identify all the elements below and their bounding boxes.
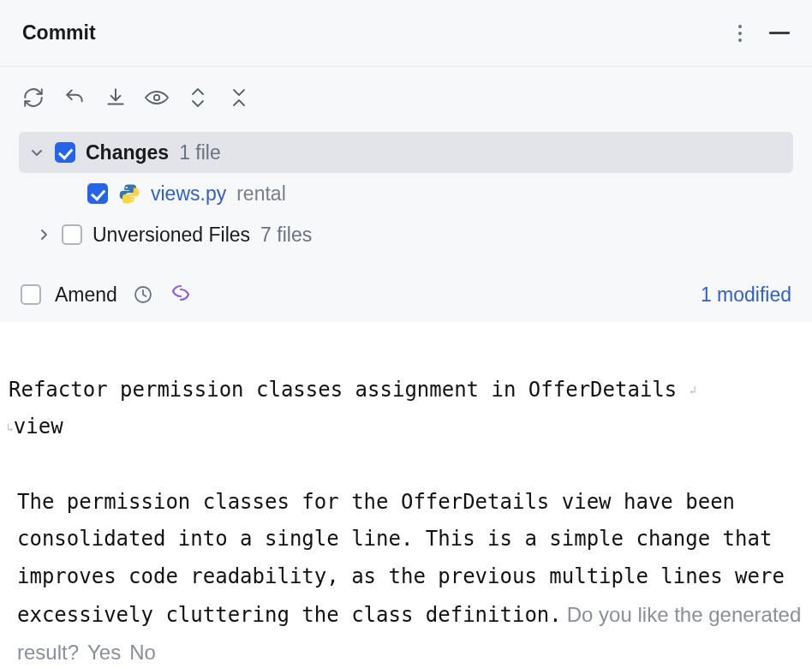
commit-options-bar: Amend 1 modified — [0, 274, 812, 322]
file-directory: rental — [236, 182, 286, 206]
soft-wrap-icon: ↲ — [690, 384, 696, 397]
file-checkbox[interactable] — [87, 183, 108, 204]
panel-title: Commit — [22, 21, 733, 45]
soft-wrap-continuation-icon: ↳ — [7, 421, 14, 434]
amend-checkbox[interactable] — [21, 284, 41, 305]
file-row[interactable]: views.py rental — [19, 173, 793, 214]
commit-message-subject-wrap: view — [14, 415, 63, 438]
python-file-icon — [118, 182, 140, 205]
file-name: views.py — [151, 182, 226, 206]
chevron-right-icon[interactable] — [36, 227, 51, 242]
feedback-yes[interactable]: Yes — [87, 641, 121, 664]
commit-toolbar — [0, 67, 812, 128]
chevron-down-icon[interactable] — [29, 145, 45, 160]
unversioned-group-row[interactable]: Unversioned Files 7 files — [19, 214, 793, 255]
shelve-icon[interactable] — [103, 85, 128, 110]
refresh-icon[interactable] — [21, 85, 46, 110]
more-options-icon[interactable] — [733, 20, 747, 47]
minimize-icon[interactable] — [769, 32, 790, 34]
changes-checkbox[interactable] — [55, 142, 75, 163]
preview-diff-icon[interactable] — [144, 85, 170, 110]
header-actions — [733, 20, 790, 47]
rollback-icon[interactable] — [62, 85, 87, 110]
changes-count: 1 file — [179, 141, 221, 164]
unversioned-count: 7 files — [260, 224, 312, 247]
ai-generate-icon[interactable] — [169, 283, 193, 307]
changes-label: Changes — [86, 141, 169, 164]
panel-header: Commit — [0, 0, 812, 67]
changes-group-row[interactable]: Changes 1 file — [19, 132, 793, 173]
changes-tree: Changes 1 file views.py rental Unversion… — [0, 128, 812, 274]
unversioned-checkbox[interactable] — [62, 224, 82, 245]
unversioned-label: Unversioned Files — [93, 224, 250, 247]
amend-label: Amend — [55, 283, 117, 307]
history-icon[interactable] — [131, 283, 155, 307]
commit-message-subject: Refactor permission classes assignment i… — [9, 378, 677, 402]
collapse-all-icon[interactable] — [226, 85, 252, 110]
expand-all-icon[interactable] — [185, 85, 211, 110]
feedback-no[interactable]: No — [129, 641, 156, 664]
commit-message-editor[interactable]: Refactor permission classes assignment i… — [0, 322, 812, 668]
modified-summary[interactable]: 1 modified — [701, 283, 791, 307]
svg-point-0 — [154, 95, 159, 100]
